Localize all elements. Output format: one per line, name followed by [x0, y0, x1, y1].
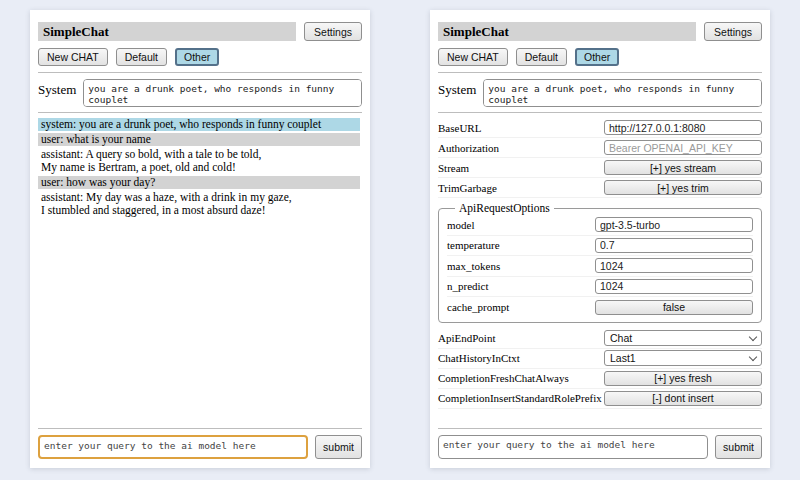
system-label: System	[38, 79, 76, 98]
completion-fresh-chat-always-label: CompletionFreshChatAlways	[438, 372, 604, 384]
api-endpoint-value: Chat	[610, 332, 632, 344]
session-other-button[interactable]: Other	[175, 48, 219, 66]
setting-row-cache-prompt: cache_prompt false	[447, 297, 753, 318]
api-endpoint-label: ApiEndPoint	[438, 332, 604, 344]
chat-message-system: system: you are a drunk poet, who respon…	[38, 118, 360, 131]
system-prompt-textarea[interactable]: you are a drunk poet, who responds in fu…	[483, 79, 762, 107]
trimgarbage-toggle-button[interactable]: [+] yes trim	[604, 180, 762, 195]
chat-message-assistant: assistant: A query so bold, with a tale …	[38, 148, 360, 174]
stream-label: Stream	[438, 162, 604, 174]
divider	[438, 72, 762, 73]
setting-row-temperature: temperature	[447, 236, 753, 257]
session-new-chat-button[interactable]: New CHAT	[38, 48, 108, 66]
baseurl-label: BaseURL	[438, 122, 604, 134]
query-footer: submit	[438, 428, 762, 459]
setting-row-max-tokens: max_tokens	[447, 256, 753, 277]
baseurl-input[interactable]	[604, 120, 762, 135]
chat-history-in-ctxt-label: ChatHistoryInCtxt	[438, 352, 604, 364]
stream-toggle-button[interactable]: [+] yes stream	[604, 160, 762, 175]
setting-row-completion-insert-standard-role-prefix: CompletionInsertStandardRolePrefix [-] d…	[438, 389, 762, 409]
chat-message-list: system: you are a drunk poet, who respon…	[38, 118, 362, 217]
query-input[interactable]	[438, 435, 708, 459]
settings-button[interactable]: Settings	[704, 22, 762, 41]
api-request-options-fieldset: ApiRequestOptions model temperature max_…	[438, 202, 762, 323]
query-input[interactable]	[38, 435, 308, 459]
setting-row-stream: Stream [+] yes stream	[438, 158, 762, 178]
max-tokens-input[interactable]	[595, 258, 753, 273]
session-default-button[interactable]: Default	[516, 48, 567, 66]
session-new-chat-button[interactable]: New CHAT	[438, 48, 508, 66]
system-prompt-row: System you are a drunk poet, who respond…	[438, 79, 762, 107]
completion-fresh-chat-always-toggle-button[interactable]: [+] yes fresh	[604, 371, 762, 386]
divider	[438, 112, 762, 113]
cache-prompt-toggle-button[interactable]: false	[595, 300, 753, 315]
n-predict-label: n_predict	[447, 280, 595, 292]
model-label: model	[447, 219, 595, 231]
temperature-input[interactable]	[595, 238, 753, 253]
n-predict-input[interactable]	[595, 279, 753, 294]
page-title: SimpleChat	[38, 22, 296, 41]
setting-row-chat-history-in-ctxt: ChatHistoryInCtxt Last1	[438, 349, 762, 369]
chevron-down-icon	[749, 352, 757, 360]
title-bar: SimpleChat Settings	[438, 22, 762, 41]
title-bar: SimpleChat Settings	[38, 22, 362, 41]
setting-row-model: model	[447, 215, 753, 236]
setting-row-n-predict: n_predict	[447, 277, 753, 298]
setting-row-trimgarbage: TrimGarbage [+] yes trim	[438, 178, 762, 198]
divider	[38, 112, 362, 113]
system-prompt-textarea[interactable]: you are a drunk poet, who responds in fu…	[83, 79, 362, 107]
system-label: System	[438, 79, 476, 98]
chat-message-user: user: what is your name	[38, 133, 360, 146]
divider	[38, 72, 362, 73]
chevron-down-icon	[749, 332, 757, 340]
settings-panel: SimpleChat Settings New CHAT Default Oth…	[430, 10, 770, 468]
query-footer: submit	[38, 428, 362, 459]
chat-history-in-ctxt-value: Last1	[610, 352, 636, 364]
session-other-button[interactable]: Other	[575, 48, 619, 66]
api-endpoint-select[interactable]: Chat	[604, 330, 762, 346]
chat-panel: SimpleChat Settings New CHAT Default Oth…	[30, 10, 370, 468]
setting-row-completion-fresh-chat-always: CompletionFreshChatAlways [+] yes fresh	[438, 369, 762, 389]
divider	[38, 428, 362, 429]
session-default-button[interactable]: Default	[116, 48, 167, 66]
completion-insert-standard-role-prefix-toggle-button[interactable]: [-] dont insert	[604, 391, 762, 406]
chat-history-in-ctxt-select[interactable]: Last1	[604, 350, 762, 366]
page-title: SimpleChat	[438, 22, 696, 41]
authorization-label: Authorization	[438, 142, 604, 154]
setting-row-api-endpoint: ApiEndPoint Chat	[438, 329, 762, 349]
cache-prompt-label: cache_prompt	[447, 301, 595, 313]
completion-insert-standard-role-prefix-label: CompletionInsertStandardRolePrefix	[438, 392, 604, 404]
model-input[interactable]	[595, 217, 753, 232]
submit-button[interactable]: submit	[315, 435, 362, 459]
chat-message-assistant: assistant: My day was a haze, with a dri…	[38, 191, 360, 217]
session-buttons: New CHAT Default Other	[38, 48, 362, 66]
submit-button[interactable]: submit	[715, 435, 762, 459]
chat-message-user: user: how was your day?	[38, 176, 360, 189]
setting-row-baseurl: BaseURL	[438, 118, 762, 138]
setting-row-authorization: Authorization	[438, 138, 762, 158]
authorization-input[interactable]	[604, 140, 762, 155]
system-prompt-row: System you are a drunk poet, who respond…	[38, 79, 362, 107]
api-request-options-legend: ApiRequestOptions	[455, 202, 554, 214]
divider	[438, 428, 762, 429]
session-buttons: New CHAT Default Other	[438, 48, 762, 66]
trimgarbage-label: TrimGarbage	[438, 182, 604, 194]
temperature-label: temperature	[447, 239, 595, 251]
max-tokens-label: max_tokens	[447, 260, 595, 272]
settings-button[interactable]: Settings	[304, 22, 362, 41]
